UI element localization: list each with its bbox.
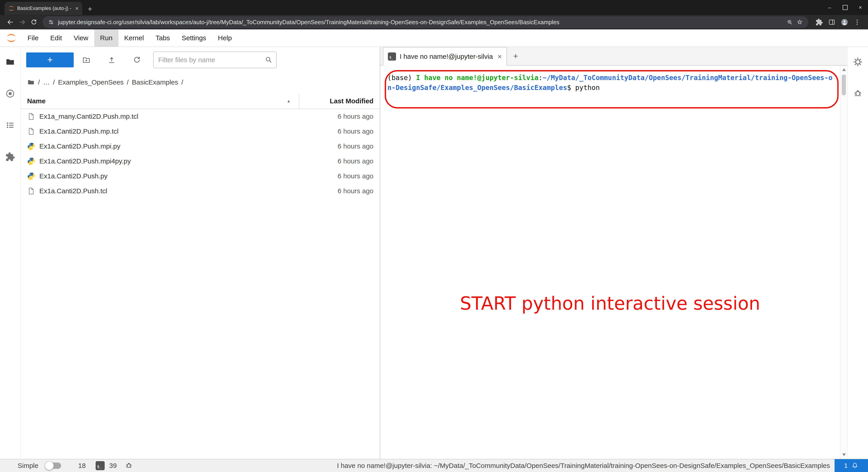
right-activity-bar bbox=[847, 47, 868, 459]
search-icon bbox=[265, 56, 273, 66]
debugger-status-icon[interactable] bbox=[125, 462, 133, 470]
annotation-text: START python interactive session bbox=[380, 293, 840, 314]
zoom-icon[interactable] bbox=[786, 19, 793, 25]
browser-tab-title: BasicExamples (auto-j) - Jupyte bbox=[17, 5, 72, 11]
scroll-up-icon[interactable] bbox=[842, 68, 846, 71]
menu-help[interactable]: Help bbox=[212, 29, 238, 46]
prompt-separator: : bbox=[538, 74, 542, 82]
terminal-icon[interactable]: $_ bbox=[96, 461, 105, 470]
forward-button[interactable] bbox=[16, 16, 28, 28]
file-browser-tab-icon[interactable] bbox=[1, 53, 20, 71]
main-dock-panel: $_ I have no name!@jupyter-silvia × + (b… bbox=[380, 47, 847, 459]
back-button[interactable] bbox=[4, 16, 16, 28]
window-close-button[interactable]: × bbox=[852, 0, 868, 15]
browser-tab-close-icon[interactable]: × bbox=[75, 5, 79, 11]
simple-mode-toggle[interactable] bbox=[46, 461, 62, 470]
table-row[interactable]: Ex1a.Canti2D.Push.tcl 6 hours ago bbox=[21, 184, 380, 198]
address-bar[interactable]: jupyter.designsafe-ci.org/user/silvia/la… bbox=[42, 16, 808, 28]
file-icon bbox=[27, 112, 35, 121]
terminal-icon: $_ bbox=[388, 53, 396, 61]
breadcrumb-ellipsis[interactable]: … bbox=[43, 78, 50, 86]
terminal-tab-label: I have no name!@jupyter-silvia bbox=[400, 53, 494, 60]
breadcrumb-segment-basicexamples[interactable]: BasicExamples bbox=[132, 78, 178, 86]
property-inspector-gear-icon[interactable] bbox=[848, 53, 867, 71]
breadcrumb-segment-examples[interactable]: Examples_OpenSees bbox=[58, 78, 124, 86]
python-file-icon bbox=[27, 172, 35, 180]
menu-run[interactable]: Run bbox=[94, 29, 119, 46]
file-browser-panel: + bbox=[21, 47, 380, 459]
notification-count: 1 bbox=[844, 462, 848, 469]
file-browser-toolbar: + bbox=[21, 47, 380, 71]
filter-files-input[interactable] bbox=[153, 52, 277, 68]
file-list-header: Name ▲ Last Modified bbox=[21, 94, 380, 109]
new-folder-icon[interactable] bbox=[74, 53, 99, 67]
breadcrumb: / … / Examples_OpenSees / BasicExamples … bbox=[21, 71, 380, 94]
file-icon bbox=[27, 187, 35, 195]
extensions-icon[interactable] bbox=[813, 16, 826, 29]
terminal-session-path[interactable]: I have no name!@jupyter-silvia: ~/MyData… bbox=[337, 462, 830, 470]
menu-kernel[interactable]: Kernel bbox=[119, 29, 150, 46]
extension-manager-icon[interactable] bbox=[1, 147, 20, 166]
sort-ascending-icon[interactable]: ▲ bbox=[287, 99, 291, 103]
terminal-tab-close-icon[interactable]: × bbox=[498, 53, 502, 60]
jupyterlab-menubar: File Edit View Run Kernel Tabs Settings … bbox=[0, 29, 868, 47]
home-folder-icon[interactable] bbox=[27, 78, 35, 86]
kernel-count[interactable]: 18 bbox=[78, 462, 86, 470]
terminal-scrollbar[interactable] bbox=[840, 66, 847, 459]
reload-button[interactable] bbox=[28, 16, 40, 28]
table-row[interactable]: Ex1a.Canti2D.Push.mp.tcl 6 hours ago bbox=[21, 124, 380, 139]
jupyter-favicon-icon bbox=[8, 5, 14, 11]
menu-view[interactable]: View bbox=[68, 29, 94, 46]
jupyter-logo bbox=[4, 29, 18, 46]
file-list: Ex1a_many.Canti2D.Push.mp.tcl 6 hours ag… bbox=[21, 109, 380, 198]
browser-tab[interactable]: BasicExamples (auto-j) - Jupyte × bbox=[4, 2, 82, 15]
site-info-icon[interactable] bbox=[48, 19, 54, 25]
menu-file[interactable]: File bbox=[22, 29, 44, 46]
terminal-output-area[interactable]: (base) I have no name!@jupyter-silvia:~/… bbox=[380, 66, 847, 459]
menu-edit[interactable]: Edit bbox=[44, 29, 68, 46]
terminal-count[interactable]: 39 bbox=[109, 462, 117, 470]
new-launcher-button[interactable]: + bbox=[26, 53, 74, 67]
application-window: BasicExamples (auto-j) - Jupyte × + – × … bbox=[0, 0, 868, 472]
python-file-icon bbox=[27, 142, 35, 150]
python-file-icon bbox=[27, 157, 35, 165]
table-of-contents-icon[interactable] bbox=[1, 116, 20, 135]
breadcrumb-separator: / bbox=[181, 78, 183, 86]
debugger-bug-icon[interactable] bbox=[848, 84, 867, 103]
menu-settings[interactable]: Settings bbox=[176, 29, 212, 46]
status-bar: Simple 18 $_ 39 I have no name!@jupyter-… bbox=[0, 459, 868, 472]
prompt-command: $ python bbox=[567, 84, 600, 92]
profile-avatar[interactable] bbox=[838, 16, 851, 29]
terminal-tab[interactable]: $_ I have no name!@jupyter-silvia × bbox=[383, 47, 507, 66]
dock-tab-bar: $_ I have no name!@jupyter-silvia × + bbox=[380, 47, 847, 66]
new-tab-launcher-button[interactable]: + bbox=[513, 52, 518, 60]
window-maximize-button[interactable] bbox=[837, 0, 852, 15]
filter-files-wrap bbox=[153, 52, 277, 68]
browser-menu-dots-icon[interactable] bbox=[851, 16, 864, 29]
window-controls: – × bbox=[822, 0, 868, 15]
browser-toolbar: jupyter.designsafe-ci.org/user/silvia/la… bbox=[0, 15, 868, 29]
prompt-env: (base) bbox=[388, 74, 416, 82]
upload-icon[interactable] bbox=[99, 53, 124, 67]
terminal-prompt: (base) I have no name!@jupyter-silvia:~/… bbox=[388, 73, 835, 93]
column-header-name[interactable]: Name ▲ bbox=[27, 97, 299, 105]
new-browser-tab-button[interactable]: + bbox=[88, 5, 92, 13]
table-row[interactable]: Ex1a.Canti2D.Push.mpi4py.py 6 hours ago bbox=[21, 154, 380, 169]
notification-indicator[interactable]: 1 bbox=[835, 459, 868, 472]
menu-tabs[interactable]: Tabs bbox=[150, 29, 176, 46]
bookmark-star-icon[interactable] bbox=[797, 19, 803, 25]
table-row[interactable]: Ex1a_many.Canti2D.Push.mp.tcl 6 hours ag… bbox=[21, 109, 380, 124]
table-row[interactable]: Ex1a.Canti2D.Push.py 6 hours ago bbox=[21, 169, 380, 184]
window-minimize-button[interactable]: – bbox=[822, 0, 837, 15]
running-sessions-icon[interactable] bbox=[1, 84, 20, 103]
file-icon bbox=[27, 127, 35, 135]
url-text[interactable]: jupyter.designsafe-ci.org/user/silvia/la… bbox=[58, 19, 783, 26]
refresh-icon[interactable] bbox=[124, 53, 150, 67]
bell-icon bbox=[851, 462, 859, 469]
scroll-down-icon[interactable] bbox=[842, 453, 846, 456]
scrollbar-thumb[interactable] bbox=[842, 74, 846, 95]
side-panel-icon[interactable] bbox=[826, 16, 838, 29]
table-row[interactable]: Ex1a.Canti2D.Push.mpi.py 6 hours ago bbox=[21, 139, 380, 154]
column-header-modified[interactable]: Last Modified bbox=[299, 94, 373, 108]
simple-mode-label: Simple bbox=[18, 462, 38, 470]
